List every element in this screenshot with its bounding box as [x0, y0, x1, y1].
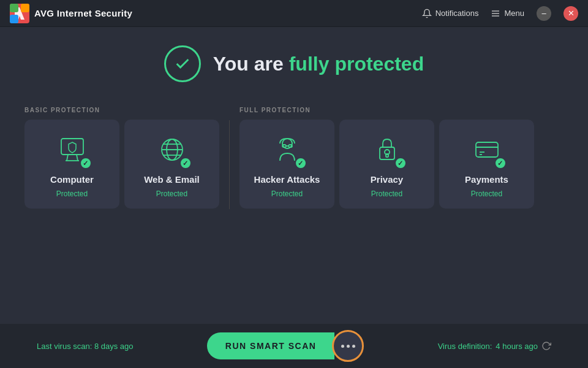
computer-card-status: Protected — [56, 190, 88, 198]
payments-card[interactable]: ✓ Payments Protected — [439, 120, 534, 209]
avg-logo-icon — [10, 4, 29, 23]
computer-check-badge: ✓ — [80, 157, 92, 169]
svg-rect-24 — [476, 142, 498, 157]
basic-protection-label: BASIC PROTECTION — [24, 107, 219, 113]
svg-rect-8 — [61, 139, 83, 155]
svg-line-10 — [77, 155, 78, 161]
main-content: You are fully protected BASIC PROTECTION — [0, 27, 588, 221]
titlebar-left: AVG Internet Security — [10, 4, 132, 23]
svg-rect-19 — [288, 145, 292, 147]
basic-cards-row: ✓ Computer Protected — [24, 120, 219, 209]
svg-rect-21 — [380, 147, 394, 159]
svg-line-9 — [67, 155, 68, 161]
close-button[interactable]: ✕ — [564, 6, 578, 21]
hacker-card-status: Protected — [271, 190, 303, 198]
svg-rect-23 — [386, 154, 388, 157]
run-smart-scan-button[interactable]: RUN SMART SCAN — [207, 332, 335, 359]
privacy-card-name: Privacy — [371, 174, 403, 185]
last-scan-info: Last virus scan: 8 days ago — [37, 342, 134, 351]
payments-card-status: Protected — [471, 190, 502, 198]
app-title: AVG Internet Security — [34, 8, 132, 18]
web-email-card[interactable]: ✓ Web & Email Protected — [124, 120, 219, 209]
more-options-button[interactable] — [332, 330, 364, 362]
virus-definition-info: Virus definition: 4 hours ago — [438, 341, 551, 351]
payments-card-name: Payments — [465, 174, 508, 185]
basic-protection-group: BASIC PROTECTION ✓ — [24, 107, 219, 209]
full-cards-row: ✓ Hacker Attacks Protected — [239, 120, 534, 209]
hacker-card-name: Hacker Attacks — [254, 174, 320, 185]
scan-area: RUN SMART SCAN — [207, 330, 364, 362]
full-protection-label: FULL PROTECTION — [239, 107, 534, 113]
minimize-button[interactable]: – — [537, 6, 551, 21]
menu-button[interactable]: Menu — [491, 9, 524, 18]
payments-icon-wrap: ✓ — [467, 130, 507, 169]
privacy-card-status: Protected — [371, 190, 402, 198]
last-scan-label: Last virus scan: — [37, 342, 94, 351]
menu-icon — [491, 9, 500, 18]
status-highlight: fully protected — [289, 53, 424, 75]
status-section: You are fully protected — [164, 45, 424, 82]
full-protection-group: FULL PROTECTION — [239, 107, 534, 209]
last-scan-value: 8 days ago — [94, 342, 134, 351]
section-divider — [229, 120, 230, 209]
payments-check-badge: ✓ — [494, 157, 507, 169]
privacy-card[interactable]: ✓ Privacy Protected — [339, 120, 434, 209]
computer-card[interactable]: ✓ Computer Protected — [24, 120, 119, 209]
svg-rect-18 — [282, 145, 286, 147]
status-text: You are fully protected — [213, 53, 424, 75]
titlebar: AVG Internet Security Notifications Menu… — [0, 0, 588, 27]
privacy-check-badge: ✓ — [394, 157, 407, 169]
check-icon — [174, 55, 191, 72]
bottom-bar: Last virus scan: 8 days ago RUN SMART SC… — [0, 324, 588, 368]
status-icon — [164, 45, 201, 82]
dot-3 — [352, 345, 355, 348]
virus-def-label: Virus definition: — [438, 342, 492, 351]
notifications-button[interactable]: Notifications — [422, 9, 479, 18]
protection-sections: BASIC PROTECTION ✓ — [24, 107, 564, 209]
dots-icon — [341, 345, 355, 348]
menu-label: Menu — [504, 9, 524, 18]
titlebar-right: Notifications Menu – ✕ — [422, 6, 578, 21]
virus-def-value: 4 hours ago — [496, 342, 538, 351]
web-email-check-badge: ✓ — [179, 157, 192, 169]
dot-1 — [341, 345, 344, 348]
svg-rect-3 — [21, 4, 29, 12]
svg-rect-2 — [10, 4, 18, 12]
notifications-label: Notifications — [435, 9, 479, 18]
bell-icon — [422, 9, 432, 18]
hacker-attacks-card[interactable]: ✓ Hacker Attacks Protected — [239, 120, 334, 209]
svg-rect-4 — [10, 15, 18, 23]
computer-card-name: Computer — [50, 174, 94, 185]
computer-icon-wrap: ✓ — [53, 130, 92, 169]
privacy-icon-wrap: ✓ — [368, 130, 407, 169]
web-email-icon-wrap: ✓ — [153, 130, 192, 169]
hacker-check-badge: ✓ — [295, 157, 307, 169]
status-prefix: You are — [213, 53, 289, 75]
dot-2 — [347, 345, 350, 348]
refresh-icon[interactable] — [541, 341, 551, 351]
web-email-card-status: Protected — [156, 190, 187, 198]
hacker-icon-wrap: ✓ — [268, 130, 307, 169]
web-email-card-name: Web & Email — [144, 174, 200, 185]
